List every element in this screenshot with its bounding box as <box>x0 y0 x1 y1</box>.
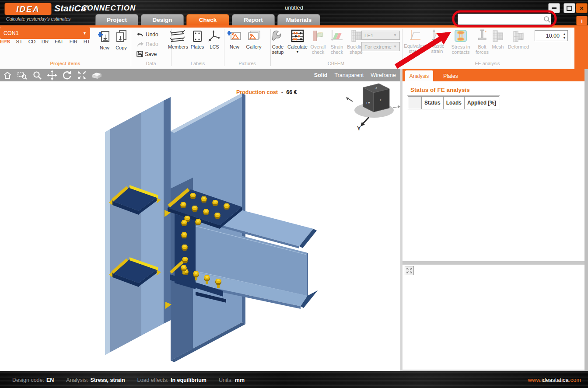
undo-icon <box>136 32 144 38</box>
buckling-shape-icon <box>350 29 363 42</box>
status-units: Units:mm <box>219 377 245 383</box>
lcs-button[interactable]: LCS <box>206 30 223 49</box>
pan-button[interactable] <box>45 70 60 81</box>
spinner-up-icon[interactable]: ▲ <box>563 32 566 36</box>
stress-in-contacts-button[interactable]: Stress in contacts <box>448 29 473 55</box>
group-label-fe-analysis: FE analysis <box>402 61 572 66</box>
scale-value[interactable]: 10.00 <box>535 33 561 39</box>
header-empty <box>408 97 422 109</box>
abacus-icon <box>290 29 304 42</box>
fit-view-icon <box>77 70 87 80</box>
overall-check-button[interactable]: Overall check <box>308 29 328 55</box>
spinner-down-icon[interactable]: ▼ <box>563 36 566 40</box>
save-button[interactable]: Save <box>136 51 157 57</box>
new-picture-icon <box>228 30 242 42</box>
search-input[interactable] <box>460 15 543 24</box>
view-mode-wireframe[interactable]: Wireframe <box>371 72 396 78</box>
search-box[interactable] <box>458 14 551 25</box>
code-fir[interactable]: FIR <box>70 39 78 44</box>
production-cost: Production cost - 66 € <box>236 89 297 95</box>
tab-report[interactable]: Report <box>232 14 275 25</box>
mesh-button[interactable]: Mesh <box>489 29 507 49</box>
detail-panel <box>402 265 584 370</box>
analysis-panel: Status of FE analysis Status Loads Appli… <box>402 81 584 261</box>
cube-y-axis-label: Y <box>357 125 361 132</box>
steel-connection-model[interactable]: +Y z -z Y <box>0 81 400 371</box>
redo-button[interactable]: Redo <box>136 41 158 47</box>
maximize-icon <box>567 6 572 11</box>
minimize-button[interactable] <box>548 3 560 13</box>
code-ht[interactable]: HT <box>84 39 90 44</box>
solid-box-icon <box>91 70 102 80</box>
panel-divider[interactable] <box>402 261 584 265</box>
tab-design[interactable]: Design <box>141 14 184 25</box>
expand-icon <box>406 268 412 273</box>
tab-project[interactable]: Project <box>95 14 138 25</box>
application-window: IDEA StatiCa® Calculate yesterday's esti… <box>0 0 588 388</box>
gallery-button[interactable]: Gallery <box>243 30 264 49</box>
deformed-scale-spinner[interactable]: 10.00 ▲▼ <box>535 30 568 41</box>
connection-selector[interactable]: CON1 ▼ <box>0 28 90 39</box>
tab-materials[interactable]: Materials <box>277 14 320 25</box>
calculate-dropdown-arrow[interactable]: ▼ <box>286 49 309 55</box>
model-viewport[interactable]: Production cost - 66 € <box>0 81 400 371</box>
view-mode-switch: Solid Transparent Wireframe <box>314 69 396 81</box>
strain-check-button[interactable]: Strain check <box>327 29 346 55</box>
solid-view-button[interactable] <box>89 70 104 81</box>
code-cd[interactable]: CD <box>28 39 36 44</box>
group-label-pictures: Pictures <box>224 61 270 66</box>
bolt-forces-icon <box>476 29 488 42</box>
mesh-icon <box>491 29 504 42</box>
ribbon-right-edge <box>574 28 588 69</box>
plates-labels-button[interactable]: Plates <box>188 30 206 49</box>
new-item-button[interactable]: New <box>96 29 113 50</box>
navigation-cube[interactable]: +Y z -z Y <box>346 84 400 132</box>
deformed-button[interactable]: Deformed <box>506 29 531 49</box>
code-dr[interactable]: DR <box>42 39 49 44</box>
copy-item-button[interactable]: Copy <box>113 29 130 50</box>
calculate-button[interactable]: Calculate ▼ <box>286 29 309 55</box>
status-bar: Design code:EN Analysis:Stress, strain L… <box>0 371 588 388</box>
website-link[interactable]: www.ideastatica.com <box>528 377 581 383</box>
redo-icon <box>136 42 144 47</box>
code-setup-button[interactable]: Code setup <box>268 29 288 55</box>
right-panel-tabstrip: Analysis Plates <box>402 69 584 81</box>
load-case-dropdown[interactable]: LE1▼ <box>361 31 400 40</box>
extreme-dropdown[interactable]: For extreme▼ <box>361 42 400 51</box>
close-button[interactable]: × <box>576 3 588 13</box>
document-title: untitled <box>0 4 588 11</box>
bolt-forces-button[interactable]: Bolt forces <box>473 29 491 55</box>
view-mode-solid[interactable]: Solid <box>314 72 328 78</box>
header-status: Status <box>422 97 444 109</box>
code-eps[interactable]: EPS <box>0 39 10 44</box>
zoom-window-button[interactable] <box>15 70 30 81</box>
members-labels-button[interactable]: Members <box>165 30 191 49</box>
home-view-button[interactable] <box>0 70 15 81</box>
svg-text:z: z <box>380 98 382 101</box>
copy-icon <box>115 29 128 43</box>
undo-button[interactable]: Undo <box>136 31 158 38</box>
plastic-strain-button[interactable]: Plastic strain <box>427 29 447 54</box>
group-label-labels: Labels <box>172 61 224 66</box>
tab-analysis[interactable]: Analysis <box>405 70 433 81</box>
group-separator <box>572 29 572 66</box>
code-st[interactable]: ST <box>16 39 23 44</box>
overall-check-icon <box>312 29 325 42</box>
minimize-icon <box>552 7 556 9</box>
expand-panel-button[interactable] <box>405 266 414 275</box>
tab-plates[interactable]: Plates <box>438 70 463 81</box>
equivalent-stress-button[interactable]: Equivalent stress <box>403 29 427 54</box>
pan-icon <box>47 70 57 80</box>
zoom-button[interactable] <box>30 70 45 81</box>
tab-check[interactable]: Check <box>186 14 229 25</box>
equivalent-stress-icon <box>409 29 421 42</box>
new-document-icon <box>98 29 111 43</box>
deformed-icon <box>512 29 525 42</box>
info-button[interactable]: i <box>576 16 588 25</box>
new-picture-button[interactable]: New <box>226 30 243 49</box>
rotate-button[interactable] <box>60 70 74 81</box>
zoom-fit-button[interactable] <box>74 70 89 81</box>
code-fat[interactable]: FAT <box>55 39 63 44</box>
maximize-button[interactable] <box>564 3 575 13</box>
view-mode-transparent[interactable]: Transparent <box>334 72 364 78</box>
